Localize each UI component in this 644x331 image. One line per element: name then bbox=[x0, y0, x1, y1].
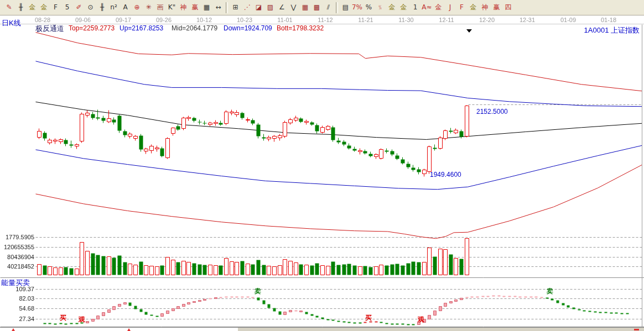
period-label: 日K线 bbox=[2, 18, 21, 28]
date-tick: 12-11 bbox=[439, 17, 454, 23]
last-bar-marker-icon bbox=[466, 29, 472, 33]
date-tick: 10-23 bbox=[237, 17, 252, 23]
signal-buy-marker: 买 bbox=[365, 313, 372, 323]
date-tick: 10-12 bbox=[196, 17, 212, 23]
date-tick: 12-31 bbox=[520, 17, 535, 23]
indicator-value: Mid=2064.1779 bbox=[172, 24, 217, 32]
price-annotation-high: 2152.5000 bbox=[476, 108, 508, 115]
indicator-value: Top=2259.2773 bbox=[69, 24, 115, 32]
date-tick: 11-01 bbox=[277, 17, 292, 23]
signal-buy-marker: 观 bbox=[79, 315, 85, 324]
app-window: ✎╫金金F5✐⊙╫n²A⊕✳画K"神赢▦↔⊞⋰◪▨∠⋁▦▩⫽▤7%%﹪金金1A≈… bbox=[0, 0, 644, 331]
volume-axis-label: 120655355 bbox=[2, 244, 34, 250]
date-tick: 08-28 bbox=[35, 17, 50, 23]
indicator-name[interactable]: 极反通道 bbox=[35, 24, 64, 34]
signal-buy-marker: 观 bbox=[418, 315, 424, 324]
oscillator-axis-label: 82.03 bbox=[2, 295, 34, 302]
date-tick: 09-26 bbox=[156, 17, 172, 23]
signal-sell-marker: 卖 bbox=[255, 287, 261, 296]
date-tick: 01-18 bbox=[601, 17, 616, 23]
signal-buy-marker: 买 bbox=[60, 313, 66, 323]
oscillator-axis-label: 54.68 bbox=[2, 305, 34, 312]
volume-axis-label: 40218452 bbox=[2, 263, 34, 270]
scrollbar-red-mark bbox=[634, 329, 639, 330]
scrollbar-position-tick bbox=[127, 328, 131, 331]
price-level-label: 1779.5905 bbox=[2, 234, 34, 240]
oscillator-axis-label: 27.34 bbox=[2, 316, 34, 322]
signal-sell-marker: 卖 bbox=[547, 287, 553, 296]
date-tick: 01-09 bbox=[560, 17, 576, 23]
symbol-label: 1A0001 上证指数 bbox=[584, 25, 640, 35]
volume-axis-label: 80436904 bbox=[2, 254, 34, 260]
date-tick: 11-12 bbox=[318, 17, 333, 23]
date-tick: 11-21 bbox=[358, 17, 373, 23]
scrollbar-thumb[interactable] bbox=[238, 328, 644, 331]
oscillator-axis-label: 109.37 bbox=[2, 286, 34, 292]
indicator-value: Down=1924.709 bbox=[224, 24, 272, 32]
date-tick: 11-30 bbox=[398, 17, 413, 23]
date-tick: 09-17 bbox=[116, 17, 131, 23]
kline-chart-canvas[interactable] bbox=[0, 0, 644, 331]
horizontal-scrollbar[interactable] bbox=[0, 327, 644, 331]
date-tick: 09-06 bbox=[75, 17, 91, 23]
indicator-value: Bott=1798.3232 bbox=[277, 24, 324, 32]
scrollbar-position-tick bbox=[12, 328, 15, 331]
price-annotation-low: 1949.4600 bbox=[430, 171, 461, 178]
indicator-value: Up=2167.8253 bbox=[120, 24, 163, 32]
date-tick: 12-20 bbox=[479, 17, 495, 23]
